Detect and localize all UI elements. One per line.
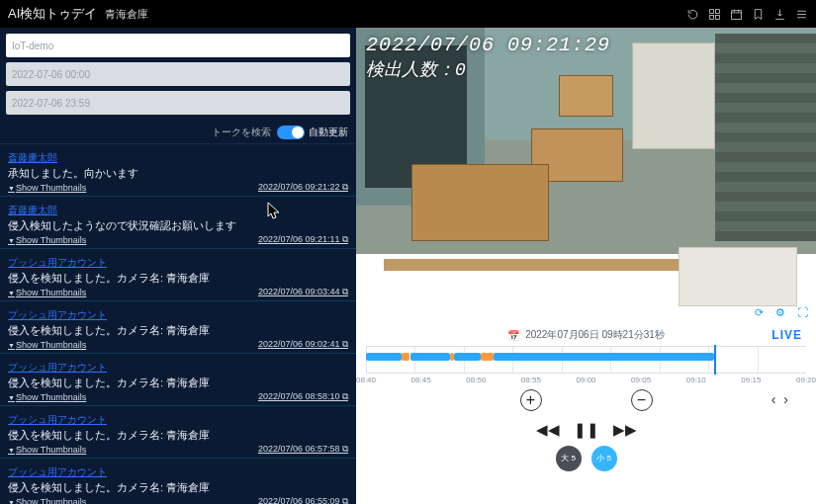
- list-item[interactable]: プッシュ用アカウント侵入を検知しました。カメラ名: 青海倉庫Show Thumb…: [0, 301, 356, 354]
- live-badge[interactable]: LIVE: [771, 328, 802, 342]
- list-item[interactable]: 斎藤慶太郎承知しました。向かいますShow Thumbnails2022/07/…: [0, 144, 356, 197]
- tick-label: 09:20: [796, 376, 816, 384]
- user-link[interactable]: プッシュ用アカウント: [8, 465, 107, 479]
- sync-icon[interactable]: ⟳: [751, 304, 767, 320]
- timestamp-link[interactable]: 2022/07/06 09:21:22 ⧉: [258, 182, 348, 193]
- list-item[interactable]: プッシュ用アカウント侵入を検知しました。カメラ名: 青海倉庫Show Thumb…: [0, 406, 356, 459]
- menu-icon[interactable]: [795, 8, 808, 21]
- user-link[interactable]: プッシュ用アカウント: [8, 308, 107, 322]
- tick-label: 08:55: [521, 376, 541, 384]
- message-text: 侵入を検知しました。カメラ名: 青海倉庫: [8, 271, 348, 286]
- fullscreen-icon[interactable]: ⛶: [794, 304, 810, 320]
- timeline-segment: [366, 353, 402, 361]
- tick-label: 09:15: [741, 376, 761, 384]
- date-from-field[interactable]: 2022-07-06 00:00: [6, 62, 350, 86]
- chat-panel: IoT-demo 2022-07-06 00:00 2022-07-06 23:…: [0, 28, 356, 504]
- tick-label: 09:00: [576, 376, 595, 384]
- message-text: 侵入を検知しました。カメラ名: 青海倉庫: [8, 480, 348, 495]
- user-link[interactable]: 斎藤慶太郎: [8, 204, 57, 217]
- rewind-button[interactable]: ◀◀: [536, 421, 560, 439]
- forward-button[interactable]: ▶▶: [613, 421, 637, 439]
- message-text: 侵入を検知しました。カメラ名: 青海倉庫: [8, 428, 348, 443]
- date-to-field[interactable]: 2022-07-06 23:59: [6, 91, 350, 115]
- tick-label: 08:45: [411, 376, 431, 384]
- show-thumbnails-link[interactable]: Show Thumbnails: [8, 445, 86, 455]
- timestamp-link[interactable]: 2022/07/06 09:21:11 ⧉: [258, 234, 348, 245]
- tick-label: 08:40: [356, 376, 376, 384]
- marker-small-chip[interactable]: 小 5: [591, 446, 617, 471]
- timestamp-link[interactable]: 2022/07/06 06:57:58 ⧉: [258, 444, 348, 455]
- osd-count: 検出人数：0: [366, 57, 466, 81]
- message-text: 侵入検知したようなので状況確認お願いします: [8, 218, 348, 233]
- svg-rect-1: [716, 9, 720, 13]
- grid-icon[interactable]: [708, 8, 721, 21]
- search-box: IoT-demo 2022-07-06 00:00 2022-07-06 23:…: [0, 28, 356, 126]
- auto-refresh-label: 自動更新: [309, 126, 348, 139]
- timeline-segment: [494, 353, 714, 361]
- video-viewport[interactable]: 2022/07/06 09:21:29 検出人数：0 ⟳ ⚙ ⛶: [356, 28, 816, 324]
- auto-refresh-toggle[interactable]: 自動更新: [277, 126, 348, 139]
- tick-label: 09:05: [631, 376, 651, 384]
- toggle-switch-icon: [277, 126, 305, 139]
- location-label: 青海倉庫: [105, 7, 148, 22]
- list-item[interactable]: プッシュ用アカウント侵入を検知しました。カメラ名: 青海倉庫Show Thumb…: [0, 354, 356, 406]
- refresh-icon[interactable]: [686, 8, 699, 21]
- timeline-segment: [410, 353, 450, 361]
- seek-left-button[interactable]: ‹: [771, 391, 784, 407]
- playhead[interactable]: [714, 345, 716, 375]
- message-feed[interactable]: 斎藤慶太郎承知しました。向かいますShow Thumbnails2022/07/…: [0, 143, 356, 504]
- user-link[interactable]: プッシュ用アカウント: [8, 361, 107, 375]
- download-icon[interactable]: [773, 8, 786, 21]
- show-thumbnails-link[interactable]: Show Thumbnails: [8, 340, 86, 350]
- zoom-out-button[interactable]: −: [631, 389, 653, 411]
- timeline-date-label: 2022年07月06日 09時21分31秒: [525, 328, 665, 342]
- tick-label: 09:10: [686, 376, 706, 384]
- svg-rect-4: [732, 10, 742, 19]
- timeline-segment: [481, 353, 494, 361]
- timeline[interactable]: 08:4008:4508:5008:5509:0009:0509:1009:15…: [366, 346, 806, 374]
- topbar: AI検知トゥデイ 青海倉庫: [0, 0, 816, 28]
- zoom-in-button[interactable]: +: [520, 389, 542, 411]
- timestamp-link[interactable]: 2022/07/06 08:58:10 ⧉: [258, 391, 348, 402]
- calendar-small-icon[interactable]: 📅: [507, 330, 519, 341]
- pause-button[interactable]: ❚❚: [574, 421, 599, 439]
- bookmark-icon[interactable]: [752, 8, 765, 21]
- show-thumbnails-link[interactable]: Show Thumbnails: [8, 497, 86, 505]
- list-item[interactable]: プッシュ用アカウント侵入を検知しました。カメラ名: 青海倉庫Show Thumb…: [0, 249, 356, 301]
- marker-large-chip[interactable]: 大 5: [556, 446, 582, 471]
- show-thumbnails-link[interactable]: Show Thumbnails: [8, 183, 86, 193]
- seek-right-button[interactable]: ›: [783, 391, 796, 407]
- show-thumbnails-link[interactable]: Show Thumbnails: [8, 288, 86, 297]
- message-text: 侵入を検知しました。カメラ名: 青海倉庫: [8, 376, 348, 390]
- message-text: 侵入を検知しました。カメラ名: 青海倉庫: [8, 323, 348, 338]
- settings-icon[interactable]: ⚙: [772, 304, 788, 320]
- search-button[interactable]: トークを検索: [212, 126, 271, 139]
- user-link[interactable]: 斎藤慶太郎: [8, 151, 57, 165]
- camera-select[interactable]: IoT-demo: [6, 34, 350, 57]
- tick-label: 08:50: [466, 376, 486, 384]
- list-item[interactable]: 斎藤慶太郎侵入検知したようなので状況確認お願いしますShow Thumbnail…: [0, 197, 356, 249]
- svg-rect-3: [716, 15, 720, 19]
- calendar-icon[interactable]: [730, 8, 743, 21]
- video-panel: 2022/07/06 09:21:29 検出人数：0 ⟳ ⚙ ⛶ 📅 2022年…: [356, 28, 816, 504]
- timestamp-link[interactable]: 2022/07/06 06:55:09 ⧉: [258, 496, 348, 504]
- list-item[interactable]: プッシュ用アカウント侵入を検知しました。カメラ名: 青海倉庫Show Thumb…: [0, 459, 356, 504]
- app-title: AI検知トゥデイ: [8, 5, 97, 23]
- timestamp-link[interactable]: 2022/07/06 09:02:41 ⧉: [258, 339, 348, 350]
- timeline-segment: [402, 353, 410, 361]
- timeline-segment: [454, 353, 481, 361]
- timestamp-link[interactable]: 2022/07/06 09:03:44 ⧉: [258, 287, 348, 297]
- show-thumbnails-link[interactable]: Show Thumbnails: [8, 235, 86, 245]
- osd-timestamp: 2022/07/06 09:21:29: [366, 34, 610, 56]
- show-thumbnails-link[interactable]: Show Thumbnails: [8, 392, 86, 402]
- user-link[interactable]: プッシュ用アカウント: [8, 413, 107, 427]
- svg-rect-0: [710, 9, 714, 13]
- message-text: 承知しました。向かいます: [8, 166, 348, 181]
- user-link[interactable]: プッシュ用アカウント: [8, 256, 107, 270]
- svg-rect-2: [710, 15, 714, 19]
